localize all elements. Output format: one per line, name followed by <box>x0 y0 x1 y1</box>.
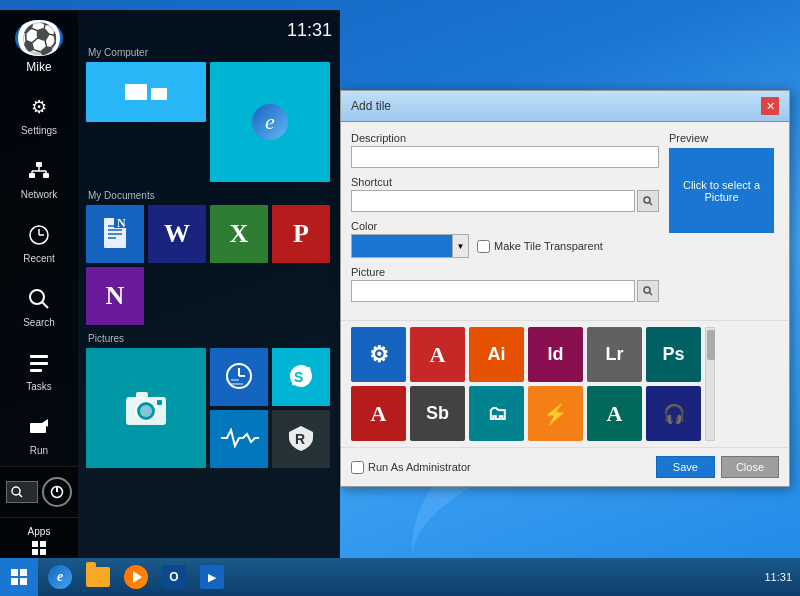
folder-small-icon <box>86 567 110 587</box>
taskbar-outlook-icon[interactable]: O <box>156 559 192 595</box>
outlook-small-icon: O <box>162 565 186 589</box>
svg-rect-0 <box>36 162 42 167</box>
illustrator-icon: Ai <box>488 344 506 365</box>
app-tile-files[interactable]: 🗂 <box>469 386 524 441</box>
excel-icon: X <box>230 219 249 249</box>
app-tile-soundbooth[interactable]: Sb <box>410 386 465 441</box>
app-tile-flash[interactable]: ⚡ <box>528 386 583 441</box>
app-tile-acrobat2[interactable]: A <box>351 386 406 441</box>
clock-icon <box>24 220 54 250</box>
color-swatch[interactable] <box>352 235 452 257</box>
preview-text: Click to select a Picture <box>669 179 774 203</box>
preview-box[interactable]: Click to select a Picture <box>669 148 774 233</box>
sidebar-item-label: Settings <box>21 125 57 136</box>
svg-text:R: R <box>295 431 305 447</box>
user-avatar[interactable]: ⚽ <box>15 20 63 56</box>
tile-clock[interactable] <box>210 348 268 406</box>
tile-app4[interactable]: R <box>272 410 330 468</box>
photoshop-icon: Ps <box>662 344 684 365</box>
tile-documents[interactable]: N <box>86 205 144 263</box>
tiles-section-pictures: Pictures <box>86 333 332 468</box>
close-button[interactable]: Close <box>721 456 779 478</box>
run-as-admin-label: Run As Administrator <box>368 461 471 473</box>
taskbar-mediaplayer-icon[interactable] <box>118 559 154 595</box>
app-tile-settings[interactable]: ⚙ <box>351 327 406 382</box>
transparent-label: Make Tile Transparent <box>494 240 603 252</box>
app-tile-acrobat[interactable]: A <box>410 327 465 382</box>
picture-browse-icon <box>643 286 653 296</box>
description-input[interactable] <box>351 146 659 168</box>
taskbar-media-icon[interactable]: ▶ <box>194 559 230 595</box>
power-button[interactable] <box>42 477 72 507</box>
tile-pictures[interactable] <box>86 348 206 468</box>
svg-rect-14 <box>30 369 42 372</box>
tile-my-computer[interactable] <box>86 62 206 122</box>
lightroom-icon: Lr <box>606 344 624 365</box>
sidebar-item-recent[interactable]: Recent <box>0 210 78 274</box>
shortcut-row <box>351 190 659 212</box>
tile-onenote[interactable]: N <box>86 267 144 325</box>
picture-browse-button[interactable] <box>637 280 659 302</box>
media-small-icon: ▶ <box>200 565 224 589</box>
skype-icon: S <box>285 360 317 394</box>
tiles-scrollbar[interactable] <box>705 327 715 441</box>
app-tile-audition[interactable]: 🎧 <box>646 386 701 441</box>
shortcut-label: Shortcut <box>351 176 659 188</box>
soundbooth-icon: Sb <box>426 403 449 424</box>
computer-icon <box>125 84 167 100</box>
scrollbar-thumb <box>707 330 715 360</box>
tile-excel[interactable]: X <box>210 205 268 263</box>
picture-input[interactable] <box>351 280 635 302</box>
app-tile-indesign[interactable]: Id <box>528 327 583 382</box>
tile-word[interactable]: W <box>148 205 206 263</box>
indesign-icon: Id <box>548 344 564 365</box>
browse-icon <box>643 196 653 206</box>
app-tile-captivate[interactable]: A <box>587 386 642 441</box>
picture-label: Picture <box>351 266 659 278</box>
taskbar-ie-icon[interactable]: e <box>42 559 78 595</box>
sidebar-item-search[interactable]: Search <box>0 274 78 338</box>
sidebar-item-run[interactable]: Run <box>0 402 78 466</box>
run-as-admin-row: Run As Administrator <box>351 461 471 474</box>
svg-point-17 <box>12 487 20 495</box>
onenote-icon: N <box>106 281 125 311</box>
tile-internet-explorer[interactable]: e <box>210 62 330 182</box>
svg-text:N: N <box>117 216 126 230</box>
tile-activity[interactable] <box>210 410 268 468</box>
svg-rect-15 <box>30 423 46 433</box>
tile-skype[interactable]: S <box>272 348 330 406</box>
picture-group: Picture <box>351 266 659 302</box>
tiles-section-computer: My Computer <box>86 47 332 182</box>
sidebar-item-tasks[interactable]: Tasks <box>0 338 78 402</box>
svg-point-42 <box>644 287 650 293</box>
svg-line-41 <box>650 203 653 206</box>
sidebar-item-settings[interactable]: ⚙ Settings <box>0 82 78 146</box>
taskbar-time: 11:31 <box>764 571 792 583</box>
svg-rect-12 <box>30 355 48 358</box>
word-icon: W <box>164 219 190 249</box>
user-name: Mike <box>26 60 51 74</box>
transparent-checkbox[interactable] <box>477 240 490 253</box>
time-display: 11:31 <box>86 20 332 41</box>
media-tiles <box>210 348 268 468</box>
app-tile-photoshop[interactable]: Ps <box>646 327 701 382</box>
shortcut-input[interactable] <box>351 190 635 212</box>
taskbar-folder-icon[interactable] <box>80 559 116 595</box>
app-tile-illustrator[interactable]: Ai <box>469 327 524 382</box>
dialog-form: Description Shortcut <box>351 132 659 310</box>
save-button[interactable]: Save <box>656 456 715 478</box>
tile-powerpoint[interactable]: P <box>272 205 330 263</box>
description-group: Description <box>351 132 659 168</box>
app-tile-lightroom[interactable]: Lr <box>587 327 642 382</box>
color-dropdown-arrow[interactable]: ▼ <box>452 235 468 257</box>
captivate-icon: A <box>607 401 623 427</box>
search-bar[interactable] <box>6 481 38 503</box>
start-button[interactable] <box>0 558 38 596</box>
sidebar-item-network[interactable]: Network <box>0 146 78 210</box>
run-as-admin-checkbox[interactable] <box>351 461 364 474</box>
app-tiles-grid: ⚙ A Ai Id Lr <box>351 327 701 441</box>
dialog-close-button[interactable]: ✕ <box>761 97 779 115</box>
footer-buttons: Save Close <box>656 456 779 478</box>
start-menu-tiles: 11:31 My Computer <box>78 10 340 558</box>
shortcut-browse-button[interactable] <box>637 190 659 212</box>
